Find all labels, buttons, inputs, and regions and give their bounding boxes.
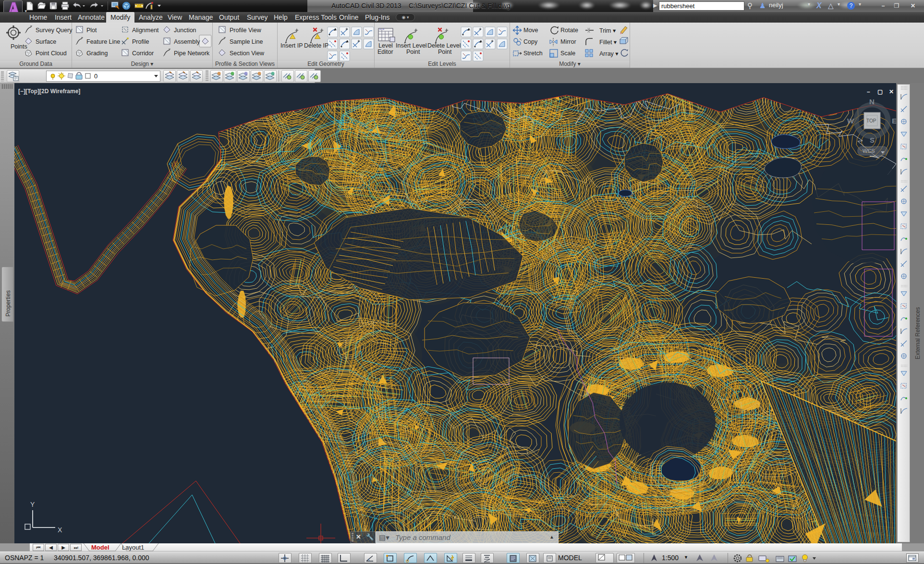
svg-text:X: X [58,526,62,534]
svg-text:W: W [847,117,854,125]
svg-text:N: N [869,98,875,106]
svg-text:S: S [870,136,875,144]
svg-text:E: E [892,117,897,125]
svg-text:WCS: WCS [863,148,875,154]
svg-text:0: 0 [94,73,97,80]
svg-text:Y: Y [30,501,35,508]
svg-text:TOP: TOP [866,118,876,123]
